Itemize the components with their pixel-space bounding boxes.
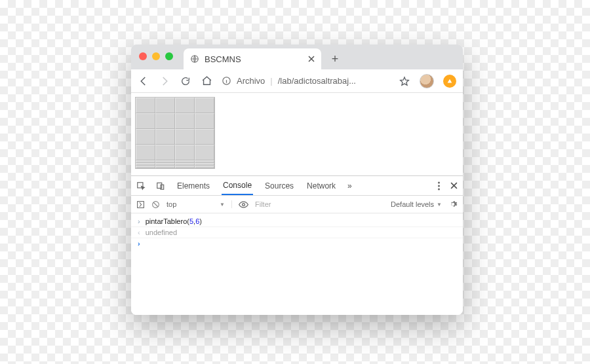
close-tab-button[interactable]	[308, 56, 315, 62]
more-tabs-button[interactable]: »	[347, 181, 352, 191]
device-toolbar-icon[interactable]	[156, 181, 165, 191]
globe-icon	[190, 54, 199, 64]
svg-rect-8	[138, 201, 144, 208]
svg-point-6	[438, 185, 440, 187]
home-button[interactable]	[201, 75, 212, 87]
chevron-down-icon: ▼	[437, 202, 442, 208]
prompt-in-icon: ›	[138, 217, 140, 225]
game-board	[135, 97, 215, 169]
context-selector[interactable]: top ▼	[167, 200, 232, 208]
console-entry-text: undefined	[146, 228, 177, 236]
svg-point-5	[438, 181, 440, 183]
console-output[interactable]: › pintarTablero(5,6) ‹ undefined ›	[131, 213, 463, 315]
info-icon	[222, 76, 231, 86]
tab-title: BSCMNS	[205, 54, 303, 64]
browser-tab[interactable]: BSCMNS	[184, 48, 321, 69]
address-bar[interactable]: Archivo | /lab/adictosaltrabaj...	[222, 76, 389, 86]
devtools-menu-button[interactable]	[438, 181, 440, 191]
svg-rect-4	[161, 185, 164, 189]
svg-point-7	[438, 188, 440, 190]
forward-button[interactable]	[159, 75, 170, 87]
console-settings-button[interactable]	[448, 200, 458, 209]
console-toolbar: top ▼ Filter Default levels ▼	[131, 196, 463, 213]
tab-console[interactable]: Console	[222, 176, 253, 195]
console-line-prompt: ›	[131, 238, 463, 249]
reload-button[interactable]	[180, 75, 191, 87]
prompt-out-icon: ‹	[138, 228, 140, 236]
browser-toolbar: Archivo | /lab/adictosaltrabaj...	[131, 69, 463, 93]
browser-window: BSCMNS + Archivo | /lab/adictosaltrabaj.…	[131, 45, 463, 315]
maximize-window-button[interactable]	[165, 52, 173, 60]
window-titlebar: BSCMNS +	[131, 45, 463, 69]
console-line-output: ‹ undefined	[131, 227, 463, 238]
bookmark-button[interactable]	[399, 75, 410, 87]
close-window-button[interactable]	[139, 52, 147, 60]
minimize-window-button[interactable]	[152, 52, 160, 60]
profile-avatar[interactable]	[420, 74, 434, 88]
tab-elements[interactable]: Elements	[176, 176, 211, 195]
tab-sources[interactable]: Sources	[264, 176, 295, 195]
live-expression-button[interactable]	[239, 200, 248, 209]
devtools-panel: Elements Console Sources Network » top ▼	[131, 175, 463, 315]
chevron-down-icon: ▼	[220, 202, 225, 208]
console-filter-input[interactable]: Filter	[255, 200, 384, 208]
clear-console-button[interactable]	[151, 200, 160, 209]
url-scheme-label: Archivo	[237, 76, 265, 86]
url-divider: |	[270, 76, 272, 86]
tab-network[interactable]: Network	[305, 176, 337, 195]
console-entry-text: pintarTablero(5,6)	[146, 217, 202, 225]
console-sidebar-toggle[interactable]	[136, 200, 145, 209]
prompt-live-icon: ›	[138, 240, 140, 247]
page-viewport	[131, 93, 463, 175]
console-line-input: › pintarTablero(5,6)	[131, 216, 463, 227]
inspect-element-icon[interactable]	[136, 181, 146, 191]
log-levels-label: Default levels	[391, 200, 434, 208]
svg-rect-3	[157, 183, 162, 188]
window-controls	[139, 52, 173, 60]
devtools-close-button[interactable]	[450, 182, 458, 189]
extension-badge[interactable]	[443, 75, 456, 88]
url-path: /lab/adictosaltrabaj...	[278, 76, 356, 86]
back-button[interactable]	[138, 75, 149, 87]
svg-point-10	[243, 203, 245, 206]
new-tab-button[interactable]: +	[325, 48, 345, 69]
devtools-tabbar: Elements Console Sources Network »	[131, 176, 463, 196]
log-levels-selector[interactable]: Default levels ▼	[391, 200, 442, 208]
context-selector-value: top	[167, 200, 176, 208]
